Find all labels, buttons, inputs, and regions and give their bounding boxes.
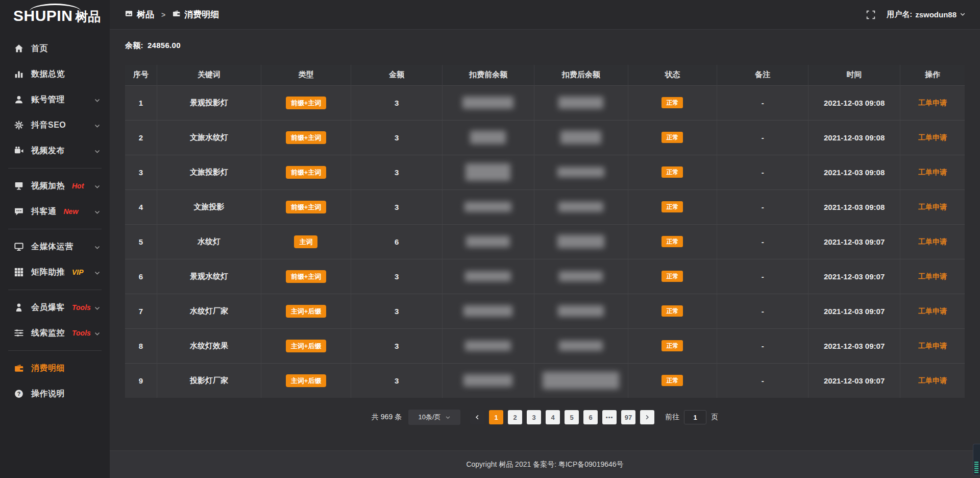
cell-type: 前缀+主词: [261, 189, 351, 224]
sidebar-item-sliders[interactable]: 线索监控 Tools: [0, 320, 110, 346]
work-order-link[interactable]: 工单申请: [918, 237, 947, 246]
page-button-3[interactable]: 3: [527, 410, 541, 424]
work-order-link[interactable]: 工单申请: [918, 99, 947, 107]
header-tools: 用户名: zswodun88: [866, 10, 966, 19]
sidebar-item-grid[interactable]: 矩阵助推 VIP: [0, 259, 110, 285]
table-row: 1 景观投影灯 前缀+主词 3 正常 - 2021-12-03 09:08 工单…: [125, 85, 965, 120]
sidebar-item-home[interactable]: 首页: [0, 36, 110, 61]
user-menu[interactable]: 用户名: zswodun88: [887, 10, 966, 19]
work-order-link[interactable]: 工单申请: [918, 342, 947, 350]
cell-balance-after: [534, 85, 628, 120]
page-size-value: 10条/页: [419, 413, 441, 422]
table-header-row: 序号关键词类型金额扣费前余额扣费后余额状态备注时间操作: [125, 65, 965, 85]
sidebar-item-gear[interactable]: 抖音SEO: [0, 112, 110, 138]
cell-type: 主词+后缀: [261, 363, 351, 398]
cell-balance-before: [443, 155, 534, 189]
censored-balance-before: [463, 305, 512, 317]
screen-icon: [14, 181, 23, 190]
brand-logo[interactable]: SHUPIN树品: [0, 0, 110, 32]
breadcrumb-separator: >: [161, 11, 165, 19]
sidebar-item-wallet[interactable]: 消费明细: [0, 355, 110, 381]
type-badge: 前缀+主词: [286, 201, 327, 213]
sidebar-item-question[interactable]: ? 操作说明: [0, 381, 110, 407]
sidebar-item-video-camera[interactable]: 视频发布: [0, 138, 110, 163]
goto-label: 前往: [665, 413, 679, 422]
grid-icon: [14, 268, 23, 277]
column-header: 状态: [628, 65, 717, 85]
column-header: 扣费后余额: [534, 65, 628, 85]
cell-balance-after: [534, 189, 628, 224]
prev-page-button[interactable]: [470, 410, 484, 424]
sidebar-item-label: 账号管理: [31, 94, 65, 105]
work-order-link[interactable]: 工单申请: [918, 133, 947, 141]
page-unit-label: 页: [711, 413, 718, 422]
sidebar-item-chat[interactable]: 抖客通 New: [0, 199, 110, 224]
page-size-select[interactable]: 10条/页: [408, 410, 460, 425]
page-ellipsis-button[interactable]: •••: [602, 410, 617, 424]
cell-index: 6: [125, 259, 157, 294]
work-order-link[interactable]: 工单申请: [918, 168, 947, 176]
sidebar-item-bar-chart[interactable]: 数据总览: [0, 61, 110, 87]
chevron-down-icon: [94, 148, 101, 154]
breadcrumb-item-home[interactable]: 树品: [125, 9, 154, 20]
sidebar-item-monitor[interactable]: 全媒体运营: [0, 234, 110, 259]
censored-balance-before: [462, 97, 513, 109]
work-order-link[interactable]: 工单申请: [918, 203, 947, 211]
cell-action: 工单申请: [900, 294, 965, 328]
page-button-97[interactable]: 97: [621, 410, 635, 424]
cell-index: 8: [125, 328, 157, 363]
censored-balance-before: [470, 131, 506, 144]
question-icon: ?: [14, 389, 23, 398]
cell-remark: -: [717, 224, 808, 259]
sidebar-item-label: 矩阵助推: [31, 267, 65, 278]
next-page-button[interactable]: [640, 410, 654, 424]
goto-page-input[interactable]: [684, 410, 706, 424]
page-button-1[interactable]: 1: [489, 410, 503, 424]
page-buttons: 123456•••97: [489, 410, 635, 424]
cell-amount: 3: [351, 155, 442, 189]
chevron-down-icon: [94, 97, 101, 103]
chevron-down-icon: [94, 269, 101, 276]
column-header: 关键词: [157, 65, 261, 85]
cell-index: 2: [125, 120, 157, 155]
page-button-2[interactable]: 2: [508, 410, 522, 424]
cell-keyword: 文旅投影灯: [157, 155, 261, 189]
cell-balance-after: [534, 224, 628, 259]
status-badge: 正常: [662, 201, 683, 212]
table-row: 8 水纹灯效果 主词+后缀 3 正常 - 2021-12-03 09:07 工单…: [125, 328, 965, 363]
fullscreen-icon[interactable]: [866, 10, 875, 19]
sidebar-item-screen[interactable]: 视频加热 Hot: [0, 173, 110, 199]
chevron-left-icon: [474, 414, 480, 420]
page-button-6[interactable]: 6: [583, 410, 598, 424]
sliders-icon: [14, 328, 23, 338]
cell-amount: 3: [351, 120, 442, 155]
support-widget[interactable]: [973, 444, 980, 475]
cell-status: 正常: [628, 328, 717, 363]
work-order-link[interactable]: 工单申请: [918, 376, 947, 385]
sidebar: SHUPIN树品 首页 数据总览 账号管理 抖音SEO 视频发布 视频加热 Ho…: [0, 0, 110, 478]
chevron-down-icon: [94, 208, 101, 215]
page-button-5[interactable]: 5: [565, 410, 579, 424]
work-order-link[interactable]: 工单申请: [918, 272, 947, 280]
balance: 余额:24856.00: [125, 41, 965, 51]
cell-balance-before: [443, 328, 534, 363]
type-badge: 前缀+主词: [286, 166, 327, 179]
chevron-down-icon: [94, 304, 101, 311]
work-order-link[interactable]: 工单申请: [918, 307, 947, 315]
sidebar-item-member[interactable]: 会员爆客 Tools: [0, 295, 110, 320]
cell-time: 2021-12-03 09:07: [808, 294, 900, 328]
bar-chart-icon: [14, 69, 23, 79]
page-button-4[interactable]: 4: [546, 410, 560, 424]
cell-time: 2021-12-03 09:08: [808, 85, 900, 120]
cell-action: 工单申请: [900, 224, 965, 259]
cell-remark: -: [717, 189, 808, 224]
cell-balance-after: [534, 328, 628, 363]
sidebar-item-badge: VIP: [72, 268, 84, 276]
cell-amount: 3: [351, 85, 442, 120]
cell-time: 2021-12-03 09:08: [808, 155, 900, 189]
censored-balance-before: [465, 341, 511, 351]
sidebar-item-user[interactable]: 账号管理: [0, 87, 110, 112]
cell-balance-after: [534, 363, 628, 398]
breadcrumb-item-current[interactable]: 消费明细: [173, 9, 219, 20]
cell-balance-after: [534, 155, 628, 189]
